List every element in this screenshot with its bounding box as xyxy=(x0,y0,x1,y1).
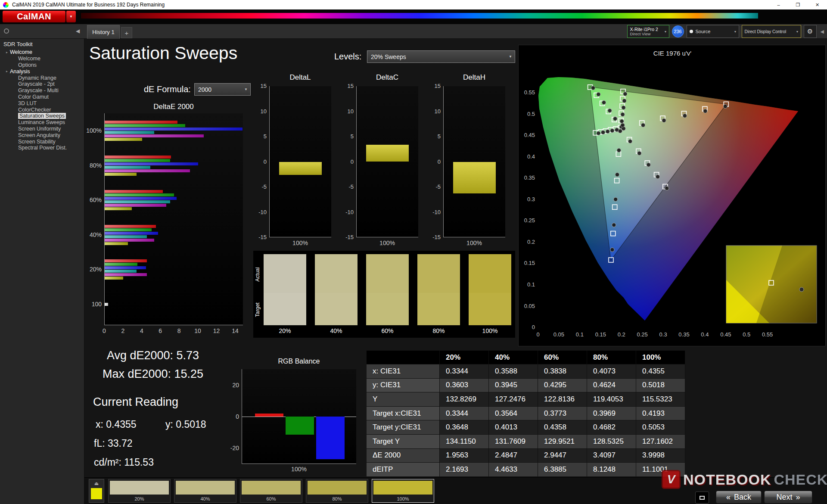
panel-collapse-icon[interactable]: ◀ xyxy=(819,29,825,34)
cie-measured-point xyxy=(614,197,618,201)
sweep-patch-button-100[interactable]: 100% xyxy=(372,479,434,503)
strip-swatch-target xyxy=(469,293,511,325)
cie-y-tick: 0.4 xyxy=(527,153,535,160)
sweep-patch-button-80[interactable]: 80% xyxy=(306,479,368,503)
y-tick: 0 xyxy=(424,159,441,165)
sidebar-item-saturation-sweeps[interactable]: Saturation Sweeps xyxy=(0,113,84,119)
deltae-group-label: 20% xyxy=(77,266,102,273)
cie-y-tick: 0.5 xyxy=(527,111,535,117)
current-patch-panel[interactable]: ⏏ xyxy=(89,479,104,503)
cie-measured-point xyxy=(641,123,645,127)
sidebar-item-welcome[interactable]: Welcome xyxy=(0,56,84,62)
tab-history-1[interactable]: History 1 xyxy=(87,25,120,39)
cie-x-tick: 0.15 xyxy=(595,331,606,338)
new-tab-button[interactable]: + xyxy=(121,27,132,38)
sidebar-item-colorchecker[interactable]: ColorChecker xyxy=(0,106,84,113)
strip-swatch-80 xyxy=(417,254,460,325)
table-cell: 0.4355 xyxy=(636,364,685,379)
x-label: 100% xyxy=(443,240,505,246)
minimize-icon[interactable]: – xyxy=(769,0,788,9)
sidebar-item-screen-uniformity[interactable]: Screen Uniformity xyxy=(0,126,84,132)
workflow-dot-icon[interactable] xyxy=(4,28,9,34)
deltae-bar-green xyxy=(105,124,185,127)
cie-measured-point xyxy=(610,248,614,252)
y-tick: -10 xyxy=(250,209,267,215)
table-cell: 0.3344 xyxy=(440,364,489,379)
deltae-x-tick: 10 xyxy=(193,327,203,334)
tab-bar: ◀ History 1 + X-Rite i1Pro 2 Direct View… xyxy=(0,24,827,39)
calman-logo[interactable]: CalMAN xyxy=(3,11,65,22)
table-row-label: y: CIE31 xyxy=(367,379,440,393)
cie-measured-point xyxy=(602,100,606,104)
levels-value: 20% Sweeps xyxy=(371,53,406,60)
sidebar-item-spectral-power-dist[interactable]: Spectral Power Dist. xyxy=(0,145,84,151)
back-button[interactable]: « Back xyxy=(716,491,762,504)
table-cell: 2.9447 xyxy=(538,449,587,463)
cie-y-tick: 0.45 xyxy=(524,132,535,138)
sidebar-item-luminance-sweeps[interactable]: Luminance Sweeps xyxy=(0,119,84,126)
sidebar-item-grayscale-2pt[interactable]: Grayscale - 2pt xyxy=(0,81,84,87)
sidebar-item-screen-angularity[interactable]: Screen Angularity xyxy=(0,132,84,138)
sidebar-section-welcome[interactable]: ▸Welcome xyxy=(0,49,84,56)
y-tick: 15 xyxy=(424,83,441,89)
table-cell: 128.5325 xyxy=(587,435,636,449)
rgb-y-tick: 0 xyxy=(221,413,239,420)
cie-y-tick: 0.55 xyxy=(524,89,535,96)
logo-menu-arrow-icon[interactable]: ▼ xyxy=(66,11,76,22)
watermark-name: NOTEBOOK xyxy=(683,471,771,488)
cie-measured-point xyxy=(597,131,600,135)
deltae-bar-white xyxy=(105,303,108,306)
cie-x-tick: 0.5 xyxy=(743,331,750,338)
deltae-group-label: 100% xyxy=(77,127,102,134)
sidebar-item-dynamic-range[interactable]: Dynamic Range xyxy=(0,75,84,81)
deltae-bar-magenta xyxy=(105,204,166,207)
cie-x-tick: 0 xyxy=(536,331,539,338)
sidebar-item-label: ColorChecker xyxy=(18,107,51,113)
deltae-x-tick: 2 xyxy=(118,327,128,334)
cie-measured-point xyxy=(656,175,659,179)
sweep-patch-button-20[interactable]: 20% xyxy=(108,479,171,503)
formula-dropdown[interactable]: 2000 ▼ xyxy=(194,83,251,96)
table-cell: 3.9998 xyxy=(636,449,685,463)
cie-measured-point xyxy=(665,187,669,190)
maximize-icon[interactable]: ❐ xyxy=(788,0,808,9)
table-row: Target Y134.1150131.7609129.9521128.5325… xyxy=(367,435,686,449)
table-cell: 2.1693 xyxy=(440,463,489,477)
spectrum-gradient-bar xyxy=(81,13,758,19)
table-cell: 0.4073 xyxy=(587,364,636,379)
cie-measured-point xyxy=(628,140,632,143)
reading-count-badge[interactable]: 236 xyxy=(672,25,684,37)
current-reading-label: Current Reading xyxy=(93,395,178,409)
deltae-group-label: 80% xyxy=(77,162,102,169)
sidebar-item-color-gamut[interactable]: Color Gamut xyxy=(0,94,84,100)
meter-selector[interactable]: X-Rite i1Pro 2 Direct View ▼ xyxy=(627,25,669,38)
source-selector[interactable]: Source ▼ xyxy=(687,25,739,38)
y-tick: 15 xyxy=(250,83,267,89)
table-cell: 0.5018 xyxy=(636,379,685,393)
next-button[interactable]: Next » xyxy=(764,491,812,504)
sidebar-item-3d-lut[interactable]: 3D LUT xyxy=(0,100,84,106)
sweep-patch-button-40[interactable]: 40% xyxy=(174,479,236,503)
sidebar-collapse-icon[interactable]: ◀ xyxy=(76,28,80,34)
display-control-selector[interactable]: Direct Display Control ▼ xyxy=(742,25,801,38)
reading-fl: fL: 33.72 xyxy=(94,438,133,449)
close-icon[interactable]: ✕ xyxy=(808,0,827,9)
table-cell: 127.2476 xyxy=(489,392,538,407)
sweep-patch-button-60[interactable]: 60% xyxy=(240,479,302,503)
table-cell: 0.3969 xyxy=(587,407,636,421)
y-tick: -15 xyxy=(337,234,354,240)
sidebar-item-grayscale-multi[interactable]: Grayscale - Multi xyxy=(0,87,84,94)
gear-icon[interactable]: ⚙ xyxy=(804,25,817,38)
sidebar-item-label: Spectral Power Dist. xyxy=(18,145,67,151)
sidebar-item-screen-stability[interactable]: Screen Stability xyxy=(0,138,84,145)
levels-dropdown[interactable]: 20% Sweeps ▼ xyxy=(367,50,515,63)
sidebar-item-label: 3D LUT xyxy=(18,100,37,106)
x-label: 100% xyxy=(356,240,418,246)
sidebar-item-options[interactable]: Options xyxy=(0,62,84,68)
sidebar-section-analysis[interactable]: ▸Analysis xyxy=(0,68,84,75)
max-de2000: Max dE2000: 15.25 xyxy=(82,367,224,381)
window-mode-button[interactable] xyxy=(695,492,709,504)
cie-measured-point xyxy=(622,99,626,103)
table-cell: 0.4682 xyxy=(587,420,636,435)
cie-measured-point xyxy=(610,129,614,133)
